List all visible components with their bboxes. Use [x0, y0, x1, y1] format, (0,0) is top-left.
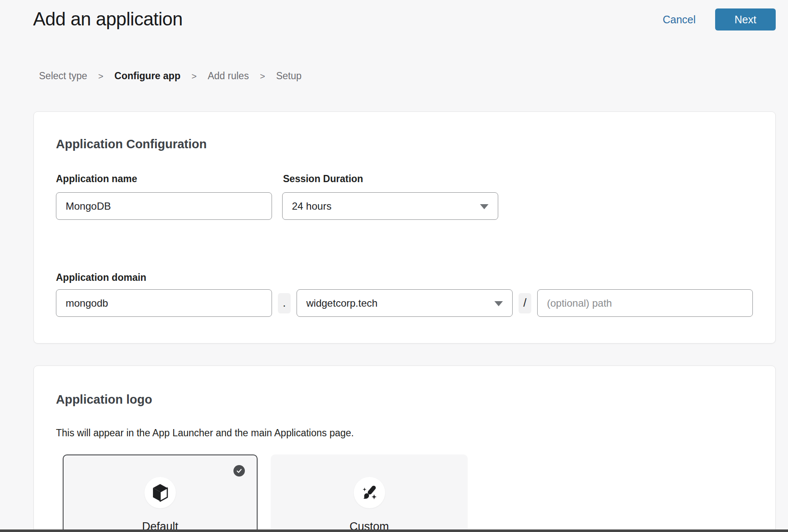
add-application-page: Add an application Cancel Next Select ty… — [0, 0, 788, 532]
step-add-rules[interactable]: Add rules — [208, 70, 249, 82]
breadcrumb-separator: > — [191, 71, 197, 81]
application-name-label: Application name — [56, 173, 137, 185]
slash-separator: / — [519, 293, 531, 313]
subdomain-input[interactable] — [56, 289, 272, 317]
step-setup[interactable]: Setup — [276, 70, 302, 82]
next-button[interactable]: Next — [715, 8, 776, 30]
application-name-input[interactable] — [56, 192, 272, 220]
step-select-type[interactable]: Select type — [39, 70, 87, 82]
custom-logo-circle — [354, 477, 385, 508]
application-logo-card: Application logo This will appear in the… — [33, 366, 776, 532]
logo-card-heading: Application logo — [56, 393, 152, 407]
domain-select[interactable]: widgetcorp.tech — [297, 289, 513, 317]
application-domain-row: . widgetcorp.tech / — [56, 289, 753, 317]
logo-option-custom[interactable]: Custom — [271, 454, 468, 532]
chevron-down-icon — [480, 204, 488, 209]
dot-separator: . — [278, 293, 291, 313]
path-input[interactable] — [537, 289, 753, 317]
cancel-button[interactable]: Cancel — [663, 14, 696, 26]
session-duration-value: 24 hours — [292, 200, 331, 212]
breadcrumb-separator: > — [98, 71, 103, 81]
page-title: Add an application — [33, 8, 183, 30]
breadcrumb-separator: > — [260, 71, 265, 81]
logo-card-description: This will appear in the App Launcher and… — [56, 427, 354, 439]
logo-option-default[interactable]: Default — [63, 454, 258, 532]
step-configure-app[interactable]: Configure app — [114, 70, 180, 82]
breadcrumb: Select type > Configure app > Add rules … — [39, 70, 302, 82]
domain-select-value: widgetcorp.tech — [306, 297, 377, 309]
session-duration-select[interactable]: 24 hours — [282, 192, 498, 220]
application-configuration-card: Application Configuration Application na… — [33, 111, 776, 344]
session-duration-label: Session Duration — [283, 173, 363, 185]
selected-check-icon — [233, 465, 245, 477]
header-actions: Cancel Next — [663, 8, 776, 30]
paintbrush-icon — [359, 482, 380, 503]
chevron-down-icon — [494, 301, 503, 306]
window-bottom-edge — [0, 529, 788, 532]
default-logo-circle — [144, 477, 176, 508]
config-card-heading: Application Configuration — [56, 137, 207, 151]
cube-icon — [151, 483, 169, 502]
application-domain-label: Application domain — [56, 272, 146, 283]
